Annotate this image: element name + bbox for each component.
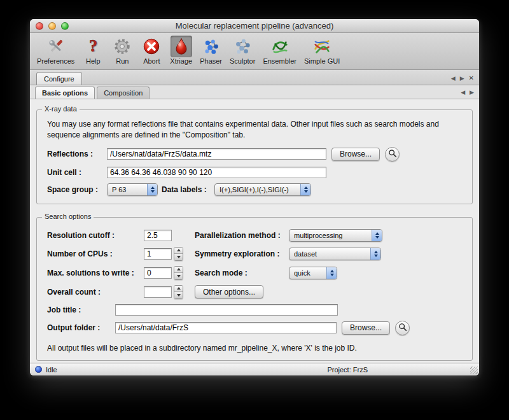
- reflections-inspect-button[interactable]: [385, 147, 400, 162]
- abort-icon: [141, 36, 162, 57]
- toolbar-item-xtriage[interactable]: Xtriage: [167, 35, 195, 66]
- parallelization-value: multiprocessing: [294, 232, 342, 239]
- unit-cell-input[interactable]: [107, 167, 326, 178]
- tab-basic-options[interactable]: Basic options: [35, 87, 95, 99]
- status-bar: Idle Project: FrzS: [30, 363, 479, 375]
- parallelization-label: Parallelization method :: [195, 231, 289, 240]
- combo-arrows-icon: [300, 184, 310, 195]
- subtab-scroll-right-icon[interactable]: ▶: [470, 90, 474, 95]
- overall-count-row: Overall count : Other options...: [47, 285, 467, 299]
- toolbar-item-label: Abort: [143, 57, 160, 65]
- output-folder-row: Output folder : Browse...: [47, 321, 467, 335]
- output-folder-input[interactable]: [115, 322, 337, 333]
- output-note: All output files will be placed in a sub…: [47, 344, 467, 353]
- num-cpus-input[interactable]: [144, 248, 172, 260]
- toolbar-item-abort[interactable]: Abort: [137, 35, 165, 66]
- help-icon: ? ?: [82, 36, 104, 57]
- overall-count-stepper[interactable]: [174, 285, 183, 299]
- zoom-window-button[interactable]: [61, 22, 69, 30]
- magnifier-icon: [388, 149, 397, 160]
- stepper-up-button[interactable]: [174, 286, 183, 292]
- max-solutions-input[interactable]: [144, 267, 172, 279]
- tab-basic-options-label: Basic options: [42, 89, 88, 97]
- toolbar-item-phaser[interactable]: Phaser: [197, 35, 225, 66]
- resolution-cutoff-label: Resolution cutoff :: [47, 231, 144, 240]
- toolbar-item-simple-gui[interactable]: Simple GUI: [301, 35, 343, 66]
- search-mode-select[interactable]: quick: [289, 267, 337, 279]
- reflections-input[interactable]: [107, 148, 326, 160]
- combo-arrows-icon: [147, 184, 157, 195]
- space-group-label: Space group :: [47, 185, 107, 194]
- toolbar-item-help[interactable]: ? ? Help: [79, 35, 107, 66]
- resolution-cell: [144, 230, 195, 241]
- toolbar-item-label: Simple GUI: [304, 57, 340, 65]
- output-folder-browse-button[interactable]: Browse...: [342, 321, 390, 335]
- data-labels-select[interactable]: I(+),SIGI(+),I(-),SIGI(-): [214, 183, 311, 196]
- toolbar: Preferences ? ? Help Run: [30, 33, 479, 70]
- simple-gui-ribbons-icon: [311, 36, 333, 57]
- reflections-row: Reflections : Browse...: [47, 147, 467, 162]
- xray-data-group: X-ray data You may use any format reflec…: [36, 109, 473, 204]
- max-solutions-label: Max. solutions to write :: [47, 269, 144, 277]
- xray-data-group-title: X-ray data: [42, 105, 80, 113]
- xtriage-drop-icon: [171, 36, 192, 57]
- space-group-value: P 63: [112, 186, 126, 193]
- tab-configure[interactable]: Configure: [36, 72, 82, 85]
- job-title-input[interactable]: [115, 304, 338, 316]
- window-title: Molecular replacement pipeline (advanced…: [30, 21, 479, 31]
- job-title-label: Job title :: [47, 305, 115, 314]
- symmetry-exploration-select[interactable]: dataset: [289, 248, 381, 260]
- tab-strip-nav: ◀ ▶ ✕: [451, 75, 474, 85]
- status-text: Idle: [46, 366, 57, 374]
- unit-cell-row: Unit cell :: [47, 167, 467, 178]
- minimize-window-button[interactable]: [48, 22, 56, 30]
- space-group-select[interactable]: P 63: [107, 183, 158, 196]
- toolbar-item-run[interactable]: Run: [108, 35, 136, 66]
- toolbar-item-label: Phaser: [200, 57, 222, 65]
- sub-tab-strip: Basic options Composition ◀ ▶: [30, 85, 479, 99]
- xray-data-description: You may use any format reflections file …: [47, 119, 462, 141]
- other-options-button[interactable]: Other options...: [195, 285, 263, 298]
- resolution-row: Resolution cutoff : Parallelization meth…: [47, 229, 467, 242]
- resolution-cutoff-input[interactable]: [144, 230, 172, 241]
- stepper-up-button[interactable]: [174, 248, 183, 254]
- resize-grip[interactable]: [470, 367, 478, 374]
- sculptor-molecule-icon: [232, 36, 253, 57]
- search-options-group: Search options Resolution cutoff : Paral…: [36, 217, 473, 361]
- tab-composition[interactable]: Composition: [97, 87, 150, 99]
- tab-configure-label: Configure: [44, 75, 74, 83]
- subtab-scroll-left-icon[interactable]: ◀: [461, 90, 465, 95]
- tab-scroll-right-icon[interactable]: ▶: [460, 76, 464, 81]
- toolbar-item-label: Preferences: [37, 57, 74, 65]
- main-tab-strip: Configure ◀ ▶ ✕: [30, 70, 479, 85]
- symmetry-exploration-label: Symmetry exploration :: [195, 249, 289, 258]
- stepper-down-button[interactable]: [174, 253, 183, 260]
- reflections-browse-button[interactable]: Browse...: [331, 148, 380, 161]
- toolbar-item-label: Sculptor: [230, 57, 255, 65]
- run-gear-icon: [111, 36, 133, 57]
- app-window: Molecular replacement pipeline (advanced…: [30, 19, 479, 375]
- stepper-down-button[interactable]: [174, 291, 183, 298]
- search-mode-label: Search mode :: [195, 269, 289, 277]
- cpus-cell: [144, 247, 195, 261]
- job-title-row: Job title :: [47, 304, 467, 316]
- sub-tab-strip-nav: ◀ ▶: [461, 90, 474, 99]
- parallelization-select[interactable]: multiprocessing: [289, 229, 382, 242]
- max-solutions-stepper[interactable]: [174, 266, 183, 280]
- close-window-button[interactable]: [36, 22, 43, 30]
- stepper-up-button[interactable]: [174, 267, 183, 273]
- stepper-down-button[interactable]: [174, 272, 183, 279]
- status-indicator-icon: [35, 366, 42, 373]
- combo-arrows-icon: [372, 230, 382, 241]
- output-folder-inspect-button[interactable]: [395, 321, 410, 335]
- num-cpus-stepper[interactable]: [174, 247, 183, 261]
- overall-count-input[interactable]: [144, 286, 172, 298]
- reflections-label: Reflections :: [47, 150, 107, 158]
- toolbar-item-preferences[interactable]: Preferences: [34, 35, 78, 66]
- toolbar-item-ensembler[interactable]: Ensembler: [260, 35, 300, 66]
- title-bar[interactable]: Molecular replacement pipeline (advanced…: [30, 19, 479, 33]
- overall-count-label: Overall count :: [47, 288, 144, 297]
- tab-close-icon[interactable]: ✕: [469, 75, 474, 81]
- toolbar-item-sculptor[interactable]: Sculptor: [227, 35, 258, 66]
- tab-scroll-left-icon[interactable]: ◀: [451, 76, 456, 81]
